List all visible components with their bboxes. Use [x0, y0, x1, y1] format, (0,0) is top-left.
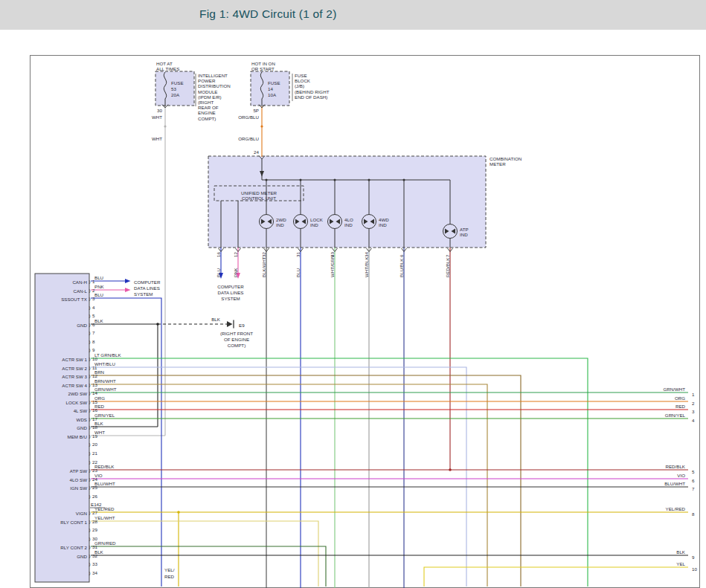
meter-pin-number: 32: [261, 252, 266, 257]
wire-color-label: WHT/BLU: [94, 361, 115, 366]
pin-name-label: IGN SW: [70, 485, 87, 491]
wire-color-label: WHT: [94, 430, 105, 435]
fuse-number: 14: [268, 86, 273, 91]
wire-color-label: PNK: [233, 267, 238, 277]
meter-pin-number: 7: [445, 254, 450, 257]
fuse-number: 53: [171, 86, 176, 91]
wire-color-label: BLU: [94, 275, 103, 280]
component-desc-line: DISTRIBUTION: [198, 83, 231, 88]
junction-dot: [334, 179, 336, 181]
junction-dot: [266, 179, 268, 181]
pin-name-label: 4LO SW: [70, 477, 88, 482]
pin-socket-glyph: ): [89, 390, 90, 395]
exit-number: 5: [692, 469, 695, 474]
pin-socket-glyph: ): [89, 510, 90, 515]
junction-dot: [177, 511, 180, 514]
wire-color-label: BLK/WHT: [261, 256, 266, 277]
pin-socket-glyph: ): [89, 485, 90, 490]
fuse-rating: 10A: [268, 92, 277, 97]
component-desc-line: COMPT): [198, 116, 216, 121]
indicator-label: IND: [276, 222, 284, 227]
pin-name-label: CAN-H: [72, 280, 87, 285]
pin-socket-glyph: ): [89, 468, 90, 473]
wire-color-label: BLK: [211, 317, 221, 322]
meter-pin-number: 12: [233, 252, 238, 257]
indicator-label: 2WD: [276, 217, 286, 222]
wire-color-label: VIO: [677, 473, 685, 478]
exit-number: 10: [692, 566, 697, 572]
pin-name-label: WDS: [77, 417, 87, 422]
note-line: DATA LINES: [134, 285, 160, 291]
component-desc-line: ENGINE: [198, 110, 216, 115]
meter-pin-number: 31: [295, 252, 301, 257]
pin-socket-glyph: ): [89, 365, 90, 370]
meter-entry-pin: 24: [254, 149, 259, 155]
wire-color-label: BLU: [295, 268, 301, 277]
pin-socket-glyph: ): [89, 553, 90, 558]
component-name: COMBINATION: [490, 156, 522, 161]
pin-number: 8: [92, 339, 95, 344]
component-desc-line: (RIGHT: [198, 100, 214, 105]
figure-title: Fig 1: 4WD Circuit (1 of 2): [199, 7, 337, 21]
component-desc-line: BLOCK: [295, 78, 311, 83]
component-desc-line: FUSE: [295, 73, 307, 78]
fuse-word: FUSE: [268, 80, 280, 85]
pin-socket-glyph: ): [89, 407, 90, 413]
wire-color-label: RED: [675, 404, 686, 409]
wire-color-label: WHT: [152, 136, 162, 141]
pin-name-label: GND: [77, 425, 87, 430]
component-desc-line: (BEHIND RIGHT: [295, 89, 330, 94]
pin-socket-glyph: ): [89, 288, 90, 293]
pin-name-label: RLY CONT 1: [60, 520, 87, 525]
pin-name-label: CAN-L: [73, 288, 87, 294]
indicator-label: IND: [460, 232, 468, 237]
exit-number: 8: [692, 511, 695, 517]
pin-socket-glyph: ): [89, 433, 90, 439]
wire-color-label: GRN/YEL: [665, 413, 686, 418]
pin-socket-glyph: ): [89, 399, 90, 404]
fuse-rating: 20A: [171, 92, 180, 97]
pin-name-label: SSSOUT TX: [61, 297, 87, 302]
meter-pin-number: 6: [399, 254, 404, 257]
junction-dot: [300, 179, 302, 181]
pin-socket-glyph: ): [89, 373, 90, 378]
hot-label: HOT IN ON: [251, 61, 275, 66]
wire-color-label: GRN/YEL: [94, 413, 115, 418]
junction-dot: [449, 468, 452, 471]
component-desc-line: MODULE: [198, 89, 217, 94]
pin-socket-glyph: ): [89, 305, 90, 310]
pin-name-label: VIGN: [76, 511, 87, 516]
pin-name-label: ATP SW: [70, 468, 87, 474]
note-line: SYSTEM: [221, 296, 240, 301]
pin-socket-glyph: ): [89, 519, 90, 524]
indicator-label: IND: [379, 222, 387, 227]
indicator-label: ATP: [460, 227, 469, 232]
pin-socket-glyph: ): [89, 561, 90, 566]
note-line: DATA LINES: [218, 290, 244, 295]
pin-socket-glyph: ): [89, 536, 90, 541]
wire-color-label: ORG: [94, 395, 105, 401]
junction-dot: [368, 179, 370, 181]
component-name: METER: [490, 161, 506, 167]
pin-name-label: ACTR SW 1: [62, 357, 87, 362]
umcu-label: CONTROL UNIT: [242, 196, 276, 201]
wire-color-label: BLU/WHT: [664, 481, 685, 486]
pin-socket-glyph: ): [89, 494, 90, 499]
umcu-label: UNIFIED METER: [241, 190, 277, 196]
pin-socket-glyph: ): [89, 356, 90, 361]
wire-color-label: BLU/BLK: [399, 258, 404, 277]
component-desc-line: POWER: [198, 78, 216, 83]
exit-number: 2: [692, 401, 695, 406]
junction-dot: [403, 179, 405, 181]
pin-number: 21: [92, 450, 97, 456]
wire-color-label: BLK: [676, 549, 686, 555]
junction-dot: [156, 323, 159, 326]
exit-number: 7: [692, 486, 695, 491]
wire-color-label: RED: [164, 574, 175, 579]
pin-number: 4: [92, 305, 95, 310]
pin-name-label: ACTR SW 4: [62, 383, 87, 388]
pin-name-label: 2WD SW: [68, 391, 88, 396]
pin-socket-glyph: ): [89, 442, 90, 447]
pin-socket-glyph: ): [89, 544, 90, 549]
hot-label: OR START: [251, 66, 275, 71]
